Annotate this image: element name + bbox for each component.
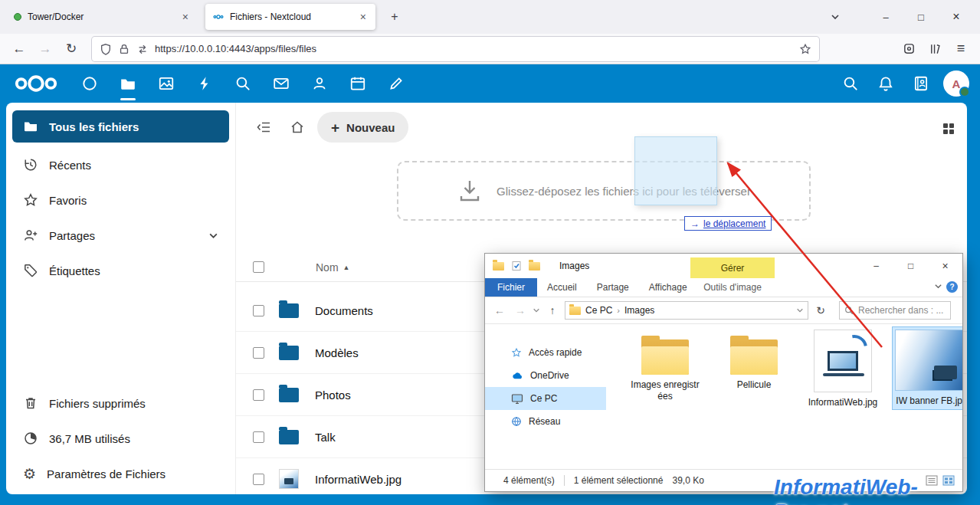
explorer-minimize-button[interactable]: – bbox=[859, 254, 893, 278]
row-checkbox[interactable] bbox=[253, 305, 264, 316]
notes-app-icon[interactable] bbox=[377, 64, 415, 103]
contacts-app-icon[interactable] bbox=[300, 64, 339, 103]
nav-item-this-pc[interactable]: Ce PC bbox=[485, 387, 606, 410]
home-breadcrumb-icon[interactable] bbox=[284, 113, 311, 141]
tab-close-icon[interactable]: × bbox=[181, 11, 190, 23]
mail-app-icon[interactable] bbox=[262, 64, 300, 103]
list-tabs-chevron-icon[interactable] bbox=[824, 5, 847, 28]
nav-item-label: Ce PC bbox=[530, 393, 557, 404]
sidebar-item-deleted-files[interactable]: Fichiers supprimés bbox=[12, 385, 229, 421]
sort-ascending-icon: ▲ bbox=[343, 264, 350, 271]
library-icon[interactable] bbox=[923, 38, 946, 61]
select-all-checkbox[interactable] bbox=[253, 261, 264, 273]
address-dropdown-chevron-icon[interactable] bbox=[796, 307, 804, 314]
explorer-back-icon[interactable]: ← bbox=[491, 304, 508, 316]
explorer-item-camera-roll[interactable]: Pellicule bbox=[715, 327, 793, 393]
explorer-titlebar[interactable]: Images Gérer – □ × bbox=[485, 254, 962, 278]
explorer-search-box[interactable] bbox=[839, 301, 951, 320]
row-checkbox[interactable] bbox=[253, 431, 264, 443]
tab-affichage[interactable]: Affichage bbox=[639, 278, 697, 297]
window-close-button[interactable]: × bbox=[939, 0, 974, 34]
breadcrumb-root[interactable]: Ce PC bbox=[585, 305, 612, 316]
address-bar[interactable]: Ce PC › Images bbox=[565, 301, 808, 320]
sidebar-item-quota: 36,7 MB utilisés bbox=[12, 421, 229, 456]
nav-item-network[interactable]: Réseau bbox=[485, 410, 606, 433]
row-checkbox[interactable] bbox=[253, 347, 264, 359]
quick-access-star-icon bbox=[511, 347, 522, 358]
reload-button[interactable]: ↻ bbox=[60, 38, 83, 61]
nav-item-quick-access[interactable]: Accès rapide bbox=[485, 341, 606, 364]
extension-icon[interactable] bbox=[897, 38, 920, 61]
back-button[interactable]: ← bbox=[8, 38, 31, 61]
explorer-search-input[interactable] bbox=[858, 305, 946, 316]
new-folder-icon[interactable] bbox=[529, 262, 540, 271]
browser-tab-tower[interactable]: Tower/Docker × bbox=[6, 4, 198, 30]
permissions-icon[interactable] bbox=[136, 43, 149, 55]
name-column-header[interactable]: Nom ▲ bbox=[316, 261, 349, 274]
url-bar[interactable]: https://10.0.0.10:4443/apps/files/files bbox=[92, 37, 819, 61]
explorer-maximize-button[interactable]: □ bbox=[893, 254, 928, 278]
contacts-menu-icon[interactable] bbox=[903, 64, 939, 103]
tab-close-icon[interactable]: × bbox=[359, 11, 368, 23]
menu-icon[interactable]: ≡ bbox=[949, 38, 972, 61]
tab-partage[interactable]: Partage bbox=[587, 278, 639, 297]
row-checkbox[interactable] bbox=[253, 474, 264, 485]
gear-icon: ⚙ bbox=[23, 467, 36, 481]
explorer-icon bbox=[493, 262, 504, 271]
tab-accueil[interactable]: Accueil bbox=[537, 278, 587, 297]
sidebar-item-files-settings[interactable]: ⚙ Paramètres de Fichiers bbox=[12, 456, 229, 491]
sidebar-item-recent[interactable]: Récents bbox=[12, 147, 229, 182]
browser-tab-nextcloud[interactable]: Fichiers - Nextcloud × bbox=[205, 4, 375, 30]
url-text: https://10.0.0.10:4443/apps/files/files bbox=[155, 43, 316, 54]
explorer-item-iw-banner-selected[interactable]: IW banner FB.jpg bbox=[893, 327, 962, 409]
activity-app-icon[interactable] bbox=[185, 64, 224, 103]
explorer-window[interactable]: Images Gérer – □ × Fichier Accueil Parta… bbox=[484, 253, 963, 492]
files-app-icon[interactable] bbox=[109, 64, 147, 103]
search-app-icon[interactable] bbox=[224, 64, 262, 103]
breadcrumb-folder[interactable]: Images bbox=[624, 305, 654, 316]
expand-ribbon-chevron-icon[interactable] bbox=[934, 282, 942, 290]
explorer-item-saved-pictures[interactable]: Images enregistrées bbox=[626, 327, 704, 405]
image-thumbnail bbox=[814, 330, 872, 392]
sidebar-item-all-files[interactable]: Tous les fichiers bbox=[12, 110, 229, 143]
collapse-sidebar-icon[interactable] bbox=[250, 113, 277, 141]
calendar-app-icon[interactable] bbox=[339, 64, 377, 103]
sidebar-item-shares[interactable]: Partages bbox=[12, 218, 229, 253]
manage-contextual-tab[interactable]: Gérer bbox=[690, 257, 775, 278]
photos-app-icon[interactable] bbox=[147, 64, 185, 103]
bookmark-star-icon[interactable] bbox=[799, 43, 811, 55]
notifications-bell-icon[interactable] bbox=[868, 64, 903, 103]
forward-button[interactable]: → bbox=[34, 38, 57, 61]
avatar[interactable]: A bbox=[943, 71, 969, 97]
shield-icon[interactable] bbox=[100, 43, 112, 55]
sidebar-item-favorites[interactable]: Favoris bbox=[12, 182, 229, 218]
history-chevron-icon[interactable] bbox=[533, 307, 540, 314]
sidebar-item-label: Partages bbox=[49, 229, 95, 242]
file-menu-tab[interactable]: Fichier bbox=[485, 278, 537, 297]
grid-view-icon[interactable] bbox=[935, 115, 962, 143]
explorer-forward-icon[interactable]: → bbox=[512, 304, 529, 316]
nav-item-onedrive[interactable]: OneDrive bbox=[485, 364, 606, 387]
tab-favicon-green bbox=[14, 13, 21, 21]
tag-icon bbox=[23, 263, 38, 278]
up-folder-icon[interactable]: ↑ bbox=[544, 304, 561, 316]
explorer-item-informatiweb-jpg[interactable]: InformatiWeb.jpg bbox=[804, 327, 882, 411]
download-tray-icon bbox=[457, 179, 483, 203]
new-button[interactable]: + Nouveau bbox=[317, 112, 408, 143]
new-tab-button[interactable]: + bbox=[383, 5, 406, 28]
upload-dropzone[interactable]: Glissez-déposez les fichiers ici pour le… bbox=[397, 161, 811, 221]
explorer-close-button[interactable]: × bbox=[928, 254, 962, 278]
nextcloud-logo[interactable] bbox=[12, 74, 60, 93]
window-minimize-button[interactable]: – bbox=[868, 0, 903, 34]
refresh-icon[interactable]: ↻ bbox=[812, 304, 829, 316]
window-maximize-button[interactable]: □ bbox=[903, 0, 939, 34]
sidebar-item-tags[interactable]: Étiquettes bbox=[12, 253, 229, 288]
row-checkbox[interactable] bbox=[253, 389, 264, 401]
tab-outils-image[interactable]: Outils d'image bbox=[690, 278, 775, 297]
dashboard-app-icon[interactable] bbox=[70, 64, 109, 103]
search-icon[interactable] bbox=[833, 64, 868, 103]
lock-icon[interactable] bbox=[118, 43, 130, 55]
help-icon[interactable]: ? bbox=[946, 281, 958, 293]
properties-icon[interactable] bbox=[511, 261, 522, 271]
chevron-down-icon[interactable] bbox=[208, 231, 218, 241]
